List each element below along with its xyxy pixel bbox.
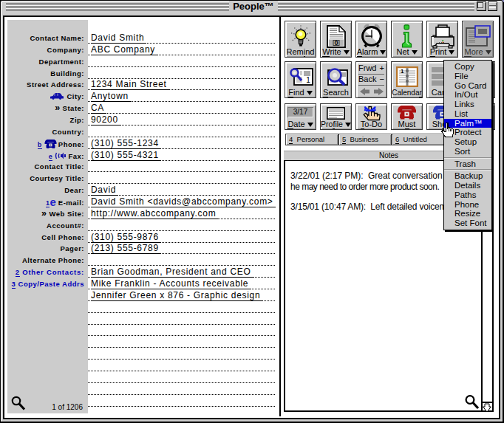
svg-text:1: 1: [401, 68, 404, 75]
svg-text:0: 0: [334, 39, 338, 47]
svg-text:1: 1: [306, 76, 310, 84]
